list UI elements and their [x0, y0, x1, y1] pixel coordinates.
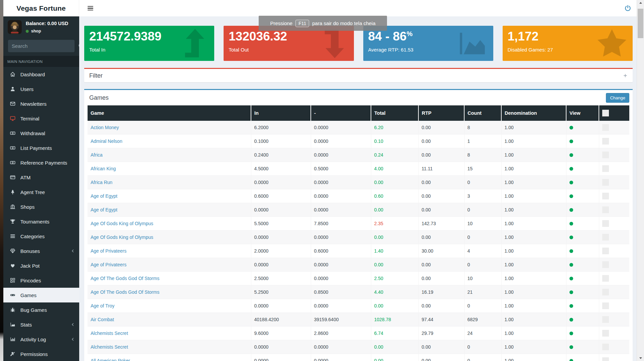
game-link[interactable]: African King: [91, 166, 116, 171]
change-button[interactable]: Change: [606, 93, 629, 103]
cell-rtp: 0.00: [418, 176, 464, 189]
sidebar-item-users[interactable]: Users: [3, 82, 79, 96]
sidebar-item-terminal[interactable]: Terminal: [3, 111, 79, 126]
cell-total: 0.00: [371, 231, 418, 244]
row-checkbox[interactable]: [602, 152, 609, 158]
game-link[interactable]: Admiral Nelson: [91, 139, 122, 144]
expand-plus-icon[interactable]: [623, 73, 628, 78]
sidebar-item-newsletters[interactable]: Newsletters: [3, 96, 79, 111]
column-header-count[interactable]: Count: [464, 105, 501, 121]
sidebar-item-bug-games[interactable]: Bug Games: [3, 302, 79, 317]
sidebar-item-bonuses[interactable]: Bonuses: [3, 244, 79, 258]
row-checkbox[interactable]: [602, 357, 609, 361]
game-link[interactable]: Africa: [91, 152, 103, 158]
credit-card-icon: [9, 175, 16, 180]
sidebar-item-games[interactable]: Games: [3, 288, 79, 302]
game-link[interactable]: Action Money: [91, 125, 119, 130]
sidebar-item-categories[interactable]: Categories: [3, 229, 79, 244]
sidebar-item-label: Bonuses: [20, 248, 40, 254]
cell-in: 0.0000: [251, 231, 311, 244]
column-header-game[interactable]: Game: [88, 105, 251, 121]
game-link[interactable]: Alchemists Secret: [91, 331, 128, 336]
sidebar-item-tournaments[interactable]: Tournaments: [3, 214, 79, 229]
cell-total: 0.00: [371, 176, 418, 189]
row-checkbox[interactable]: [602, 234, 609, 241]
sidebar-item-pincodes[interactable]: Pincodes: [3, 273, 79, 288]
game-link[interactable]: Age of Troy: [91, 303, 115, 308]
browser-scrollbar[interactable]: [637, 0, 644, 361]
column-header-denomination[interactable]: Denomination: [501, 105, 566, 121]
sidebar-item-reference-payments[interactable]: Reference Payments: [3, 155, 79, 170]
row-checkbox[interactable]: [602, 179, 609, 186]
row-checkbox[interactable]: [602, 261, 609, 268]
scrollbar-down-arrow-icon[interactable]: [639, 357, 642, 359]
sidebar-item-dashboard[interactable]: Dashboard: [3, 67, 79, 82]
sidebar-item-shops[interactable]: Shops: [3, 199, 79, 214]
table-row: Age of Privateers2.00000.60001.4030.0041…: [88, 244, 629, 258]
games-table: GameIn-TotalRTPCountDenominationView Act…: [88, 105, 629, 361]
row-checkbox[interactable]: [602, 302, 609, 309]
row-checkbox[interactable]: [602, 330, 609, 337]
stat-box-total-in: 214572.9389Total In: [84, 26, 214, 61]
sidebar-item-jack-pot[interactable]: Jack Pot: [3, 258, 79, 273]
row-checkbox[interactable]: [602, 193, 609, 199]
select-all-checkbox[interactable]: [602, 110, 609, 116]
row-checkbox[interactable]: [602, 206, 609, 213]
view-status-dot: [569, 359, 573, 361]
sidebar: Balance: 0.00 USD shop MAIN NAVIGATION D…: [3, 16, 79, 361]
app-logo[interactable]: Vegas Fortune: [3, 0, 79, 16]
row-checkbox[interactable]: [602, 316, 609, 323]
row-checkbox[interactable]: [602, 248, 609, 254]
column-header-view[interactable]: View: [566, 105, 599, 121]
cell-view: [566, 148, 599, 162]
cell-rtp: 97.44: [418, 313, 464, 327]
table-row: Alchemists Secret9.60002.86006.7429.7924…: [88, 327, 629, 340]
column-header-in[interactable]: In: [251, 105, 311, 121]
cell-in: 0.1000: [251, 134, 311, 148]
sidebar-item-stats[interactable]: Stats: [3, 317, 79, 332]
row-checkbox[interactable]: [602, 289, 609, 295]
game-link[interactable]: Age of Privateers: [91, 248, 126, 254]
search-input[interactable]: [12, 43, 78, 49]
game-link[interactable]: All American Poker: [91, 358, 130, 361]
sidebar-toggle-hamburger-icon[interactable]: [83, 0, 98, 16]
sidebar-item-atm[interactable]: ATM: [3, 170, 79, 185]
cell-out: 0.0000: [311, 231, 371, 244]
sidebar-item-activity-log[interactable]: Activity Log: [3, 332, 79, 347]
game-link[interactable]: Age Of Gods King of Olympus: [91, 235, 153, 240]
cell-denomination: 1.00: [501, 189, 566, 203]
game-link[interactable]: Air Combat: [91, 317, 114, 322]
row-checkbox[interactable]: [602, 275, 609, 282]
row-checkbox[interactable]: [602, 138, 609, 145]
game-link[interactable]: Age of Privateers: [91, 262, 126, 267]
game-link[interactable]: Age of Egypt: [91, 193, 117, 199]
gamepad-icon: [9, 292, 16, 298]
row-checkbox[interactable]: [602, 124, 609, 131]
column-header-rtp[interactable]: RTP: [418, 105, 464, 121]
column-header-[interactable]: -: [311, 105, 371, 121]
power-logout-icon[interactable]: [623, 4, 632, 12]
sidebar-item-permissions[interactable]: Permissions: [3, 347, 79, 361]
scrollbar-thumb[interactable]: [638, 9, 643, 38]
stat-box-average-rtp-61-53: 84 - 86%Average RTP: 61.53: [363, 26, 493, 61]
cell-count: 4: [464, 244, 501, 258]
column-header-checkbox[interactable]: [599, 105, 629, 121]
cell-checkbox: [599, 134, 629, 148]
table-row: Age of Privateers0.00000.00000.000.0001.…: [88, 258, 629, 272]
game-link[interactable]: Age Of The Gods God Of Storms: [91, 276, 159, 281]
sidebar-item-withdrawal[interactable]: Withdrawal: [3, 126, 79, 141]
user-status-label: shop: [31, 29, 41, 33]
row-checkbox[interactable]: [602, 165, 609, 172]
game-link[interactable]: Africa Run: [91, 180, 112, 185]
column-header-total[interactable]: Total: [371, 105, 418, 121]
row-checkbox[interactable]: [602, 220, 609, 227]
row-checkbox[interactable]: [602, 344, 609, 350]
sidebar-item-agent-tree[interactable]: Agent Tree: [3, 185, 79, 199]
game-link[interactable]: Age of Egypt: [91, 207, 117, 212]
view-status-dot: [569, 263, 573, 267]
scrollbar-up-arrow-icon[interactable]: [639, 2, 642, 4]
game-link[interactable]: Age Of Gods King of Olympus: [91, 221, 153, 226]
game-link[interactable]: Age Of The Gods God Of Storms: [91, 289, 159, 295]
game-link[interactable]: Alchemists Secret: [91, 344, 128, 350]
sidebar-item-list-payments[interactable]: List Payments: [3, 141, 79, 155]
